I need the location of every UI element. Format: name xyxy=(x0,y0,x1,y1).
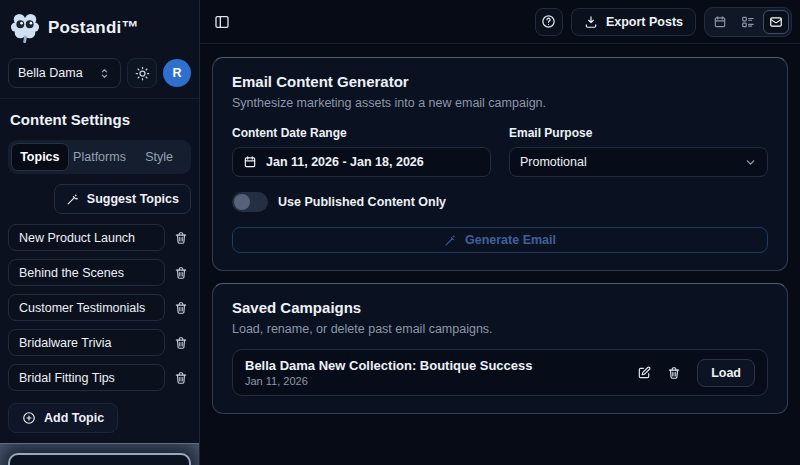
email-purpose-field: Email Purpose Promotional xyxy=(509,126,768,177)
suggest-topics-label: Suggest Topics xyxy=(87,192,179,206)
email-purpose-label: Email Purpose xyxy=(509,126,768,140)
help-button[interactable] xyxy=(535,8,563,36)
date-range-label: Content Date Range xyxy=(232,126,491,140)
sidebar: Postandi™ Bella Dama R xyxy=(0,0,200,465)
sidebar-toggle-button[interactable] xyxy=(208,8,236,36)
saved-campaigns-subtitle: Load, rename, or delete past email campa… xyxy=(232,322,768,336)
logo-row: Postandi™ xyxy=(8,10,191,58)
tab-platforms[interactable]: Platforms xyxy=(71,143,129,171)
view-posts-list-button[interactable] xyxy=(735,10,761,34)
topic-row: New Product Launch xyxy=(8,224,191,251)
sidebar-header: Postandi™ Bella Dama R xyxy=(0,0,199,99)
topics-list: New Product Launch Behind the Scenes Cus… xyxy=(8,224,191,391)
chevron-down-icon xyxy=(744,156,757,169)
view-calendar-button[interactable] xyxy=(707,10,733,34)
saved-campaigns-card: Saved Campaigns Load, rename, or delete … xyxy=(212,283,788,414)
published-only-label: Use Published Content Only xyxy=(278,195,446,209)
content-settings-section: Content Settings Topics Platforms Style … xyxy=(0,99,199,443)
download-icon xyxy=(584,15,598,29)
content-date-range-card: Content Date Range Jan 08, 2026 - Jan 12… xyxy=(8,453,191,465)
export-posts-button[interactable]: Export Posts xyxy=(571,8,696,36)
trash-icon xyxy=(174,266,188,280)
plus-circle-icon xyxy=(22,411,36,425)
delete-topic-button[interactable] xyxy=(171,333,191,353)
topic-row: Bridalware Trivia xyxy=(8,329,191,356)
topic-row: Bridal Fitting Tips xyxy=(8,364,191,391)
date-range-field: Content Date Range Jan 11, 2026 - Jan 18… xyxy=(232,126,491,177)
main-area: Export Posts xyxy=(200,0,800,465)
delete-topic-button[interactable] xyxy=(171,263,191,283)
email-date-range-value: Jan 11, 2026 - Jan 18, 2026 xyxy=(266,155,424,169)
sidebar-footer: Content Date Range Jan 08, 2026 - Jan 12… xyxy=(0,443,199,465)
suggest-topics-button[interactable]: Suggest Topics xyxy=(54,184,191,214)
brand-row: Bella Dama R xyxy=(8,58,191,88)
edit-pencil-square-icon xyxy=(637,366,651,380)
suggest-row: Suggest Topics xyxy=(8,184,191,214)
delete-topic-button[interactable] xyxy=(171,298,191,318)
campaign-date: Jan 11, 2026 xyxy=(245,375,625,387)
email-date-range-button[interactable]: Jan 11, 2026 - Jan 18, 2026 xyxy=(232,147,491,177)
brand-select[interactable]: Bella Dama xyxy=(8,58,121,88)
campaign-info: Bella Dama New Collection: Boutique Succ… xyxy=(245,358,625,387)
mail-icon xyxy=(769,15,783,29)
email-generator-fields: Content Date Range Jan 11, 2026 - Jan 18… xyxy=(232,126,768,177)
brand-select-value: Bella Dama xyxy=(18,66,83,80)
brain-mascot-icon xyxy=(10,12,40,44)
wand-sparkles-icon xyxy=(66,193,79,206)
help-circle-icon xyxy=(541,14,556,29)
published-only-toggle[interactable] xyxy=(232,192,268,212)
trash-icon xyxy=(174,301,188,315)
generate-email-button[interactable]: Generate Email xyxy=(232,227,768,253)
layout-list-icon xyxy=(741,15,755,29)
toggle-knob xyxy=(234,194,250,210)
avatar[interactable]: R xyxy=(163,59,191,87)
trash-icon xyxy=(174,231,188,245)
add-topic-label: Add Topic xyxy=(44,411,104,425)
view-email-button[interactable] xyxy=(763,10,789,34)
load-campaign-button[interactable]: Load xyxy=(697,359,755,387)
topic-input[interactable]: Behind the Scenes xyxy=(8,259,165,286)
campaign-name: Bella Dama New Collection: Boutique Succ… xyxy=(245,358,625,373)
topic-input[interactable]: Customer Testimonials xyxy=(8,294,165,321)
email-purpose-value: Promotional xyxy=(520,155,587,169)
tab-style[interactable]: Style xyxy=(130,143,188,171)
calendar-icon xyxy=(243,155,257,169)
delete-topic-button[interactable] xyxy=(171,228,191,248)
content-settings-title: Content Settings xyxy=(10,111,189,128)
sun-icon xyxy=(135,66,150,81)
email-purpose-select[interactable]: Promotional xyxy=(509,147,768,177)
generate-email-label: Generate Email xyxy=(465,233,556,247)
calendar-icon xyxy=(713,15,727,29)
tab-topics[interactable]: Topics xyxy=(11,143,69,171)
topic-row: Customer Testimonials xyxy=(8,294,191,321)
view-switcher xyxy=(704,7,792,37)
wand-sparkles-icon xyxy=(444,234,457,247)
delete-campaign-button[interactable] xyxy=(663,362,685,384)
published-only-row: Use Published Content Only xyxy=(232,192,768,212)
avatar-initial: R xyxy=(172,66,181,80)
topic-input[interactable]: Bridalware Trivia xyxy=(8,329,165,356)
topic-input[interactable]: New Product Launch xyxy=(8,224,165,251)
topic-input[interactable]: Bridal Fitting Tips xyxy=(8,364,165,391)
email-generator-card: Email Content Generator Synthesize marke… xyxy=(212,57,788,271)
trash-icon xyxy=(667,366,681,380)
theme-toggle-button[interactable] xyxy=(127,58,157,88)
email-generator-title: Email Content Generator xyxy=(232,73,768,90)
chevrons-up-down-icon xyxy=(98,67,111,80)
add-topic-button[interactable]: Add Topic xyxy=(8,403,118,433)
saved-campaigns-title: Saved Campaigns xyxy=(232,299,768,316)
trash-icon xyxy=(174,371,188,385)
trash-icon xyxy=(174,336,188,350)
main-content: Email Content Generator Synthesize marke… xyxy=(200,44,800,465)
sidebar-tabbar: Topics Platforms Style xyxy=(8,140,191,174)
topic-row: Behind the Scenes xyxy=(8,259,191,286)
delete-topic-button[interactable] xyxy=(171,368,191,388)
export-posts-label: Export Posts xyxy=(606,15,683,29)
topbar: Export Posts xyxy=(200,0,800,44)
rename-campaign-button[interactable] xyxy=(633,362,655,384)
panel-left-icon xyxy=(214,14,230,30)
app-title: Postandi™ xyxy=(48,18,139,38)
campaign-row: Bella Dama New Collection: Boutique Succ… xyxy=(232,349,768,396)
email-generator-subtitle: Synthesize marketing assets into a new e… xyxy=(232,96,768,110)
app-window: Postandi™ Bella Dama R xyxy=(0,0,800,465)
